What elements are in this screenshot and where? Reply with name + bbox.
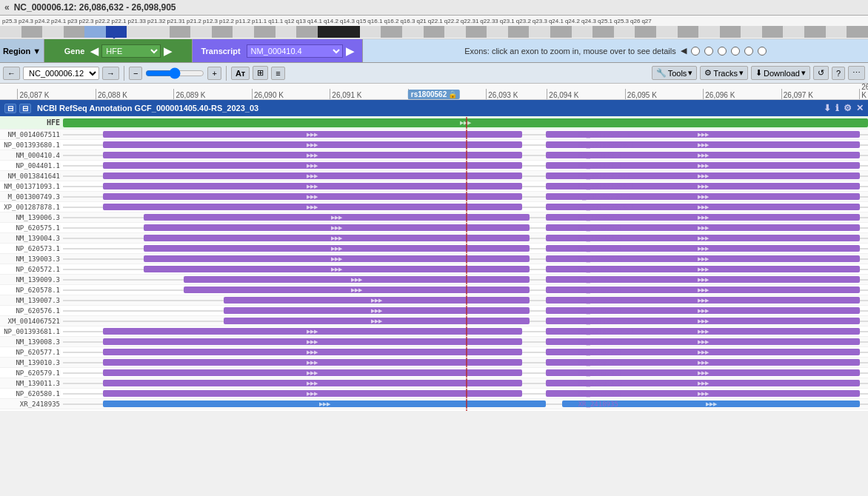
gene-segment[interactable]: ▶▶▶ [224,318,530,324]
exon-circle-1[interactable] [691,47,700,56]
chrom-segment[interactable] [21,26,43,38]
zoom-in-button[interactable]: + [207,67,221,80]
zoom-out-button[interactable]: − [129,67,142,80]
gene-nav-next[interactable]: ▶ [164,45,172,57]
annotation-track[interactable]: ▶▶▶▶▶▶XR_2418935 [63,401,868,407]
collapse-right-btn[interactable]: ⊟ [19,104,31,113]
gene-segment[interactable]: ▶▶▶ [546,224,860,231]
chrom-segment[interactable] [296,26,318,38]
gene-segment[interactable]: ▶▶▶ [103,369,521,376]
gene-segment[interactable]: ▶▶▶ [546,286,860,293]
gene-segment[interactable]: ▶▶▶ [103,359,521,366]
exon-circle-6[interactable] [758,47,767,56]
rs-marker[interactable]: rs1800562🔒 [408,90,460,99]
gene-segment[interactable]: ▶▶▶ [546,328,860,335]
back-button[interactable]: ← [3,67,20,80]
gene-segment[interactable]: ▶▶▶ [103,141,521,148]
exon-circle-4[interactable] [731,47,740,56]
gene-segment[interactable]: ▶▶▶ [546,235,860,241]
gene-segment[interactable]: ▶▶▶ [224,297,530,304]
rs-marker-label[interactable]: rs1800562 [411,90,447,98]
annotation-track[interactable]: ▶▶▶▶▶▶NP_620577.1 [63,349,868,355]
annotation-track[interactable]: ▶▶▶▶▶▶NM_139004.3 [63,235,868,241]
gene-segment[interactable]: ▶▶▶ [103,152,521,158]
gene-segment[interactable]: ▶▶▶ [103,204,521,210]
annotation-track[interactable]: ▶▶▶▶▶▶NM_139003.3 [63,255,868,262]
gene-select[interactable]: HFE [101,44,161,58]
gene-segment[interactable]: ▶▶▶ [546,204,860,210]
annotation-track[interactable]: ▶▶▶▶▶▶NM_0014067511 [63,131,868,138]
text-size-button[interactable]: Aт [231,67,250,80]
chrom-segment[interactable] [254,26,276,38]
chrom-segment[interactable] [508,26,530,38]
gene-segment[interactable]: ▶▶▶ [546,369,860,376]
chrom-segment[interactable] [190,26,212,38]
chrom-segment[interactable] [318,26,339,38]
gene-segment[interactable]: ▶▶▶ [103,172,521,179]
gene-segment[interactable]: ▶▶▶ [546,162,860,169]
annotation-track[interactable]: ▶▶▶▶▶▶M_001300749.3 [63,193,868,200]
gene-segment[interactable]: ▶▶▶ [103,380,521,386]
gene-segment[interactable]: ▶▶▶ [546,152,860,158]
gene-segment[interactable]: ▶▶▶ [562,401,860,407]
gene-segment[interactable]: ▶▶▶ [546,266,860,272]
annotation-track[interactable]: ▶▶▶▶▶▶NM_139008.3 [63,338,868,345]
gene-segment[interactable]: ▶▶▶ [144,255,530,262]
gene-segment[interactable]: ▶▶▶ [546,307,860,314]
gene-segment[interactable]: ▶▶▶ [63,118,868,127]
chrom-segment[interactable] [550,26,572,38]
gene-segment[interactable]: ▶▶▶ [103,193,521,200]
gene-segment[interactable]: ▶▶▶ [103,183,521,190]
gene-segment[interactable]: ▶▶▶ [546,193,860,200]
gene-segment[interactable]: ▶▶▶ [144,245,530,252]
gene-segment[interactable]: ▶▶▶ [546,214,860,221]
track-settings-icon[interactable]: ⚙ [844,103,852,113]
chrom-segment[interactable] [276,26,297,38]
chrom-segment[interactable] [698,26,720,38]
settings-button[interactable]: ≡ [271,67,284,80]
track-info-icon[interactable]: ℹ [835,103,839,113]
chrom-segment[interactable] [804,26,826,38]
help-button[interactable]: ? [832,67,845,80]
exon-circle-2[interactable] [704,47,713,56]
chrom-segment[interactable] [360,26,381,38]
chrom-segment[interactable] [0,26,21,38]
gene-segment[interactable]: ▶▶▶ [103,338,521,345]
gene-segment[interactable]: ▶▶▶ [103,131,521,138]
chrom-segment[interactable] [233,26,254,38]
chrom-segment[interactable] [572,26,593,38]
transcript-nav-next[interactable]: ▶ [346,45,354,57]
exon-nav-prev[interactable]: ◀ [681,46,687,56]
annotation-track[interactable]: ▶▶▶▶▶▶NM_139009.3 [63,276,868,283]
chrom-segment[interactable] [656,26,678,38]
gene-segment[interactable]: ▶▶▶ [546,338,860,345]
annotation-track[interactable]: ▶▶▶▶▶▶NP_620580.1 [63,390,868,397]
chrom-segment[interactable] [381,26,402,38]
chrom-segment[interactable] [487,26,508,38]
chrom-segment[interactable] [466,26,487,38]
gene-segment[interactable]: ▶▶▶ [546,245,860,252]
gene-segment[interactable]: ▶▶▶ [184,276,530,283]
annotation-track[interactable]: ▶▶▶▶▶▶NM_139007.3 [63,297,868,304]
grid-button[interactable]: ⊞ [253,66,268,80]
gene-segment[interactable]: ▶▶▶ [546,349,860,355]
chrom-segment[interactable] [424,26,445,38]
annotation-track[interactable]: ▶▶▶▶▶▶NM_139006.3 [63,214,868,221]
annotation-track[interactable]: ▶▶▶▶▶▶NP_001393680.1 [63,141,868,148]
track-download-icon[interactable]: ⬇ [824,103,831,113]
gene-segment[interactable]: ▶▶▶ [546,183,860,190]
gene-segment[interactable]: ▶▶▶ [103,390,521,397]
gene-segment[interactable]: ▶▶▶ [546,380,860,386]
annotation-track[interactable]: ▶▶▶▶▶▶NP_001393681.1 [63,328,868,335]
chrom-segment[interactable] [84,26,106,38]
collapse-icon[interactable]: « [4,2,10,13]
chrom-segment[interactable] [741,26,762,38]
annotation-track[interactable]: ▶▶▶▶▶▶NP_620572.1 [63,266,868,272]
chrom-segment[interactable] [592,26,614,38]
accession-select[interactable]: NC_000006.12 [23,67,99,80]
gene-segment[interactable]: ▶▶▶ [103,162,521,169]
chrom-segment[interactable] [338,26,360,38]
gene-segment[interactable]: ▶▶▶ [103,401,546,407]
annotation-track[interactable]: ▶▶▶▶▶▶NP_620576.1 [63,307,868,314]
gene-segment[interactable]: ▶▶▶ [546,255,860,262]
